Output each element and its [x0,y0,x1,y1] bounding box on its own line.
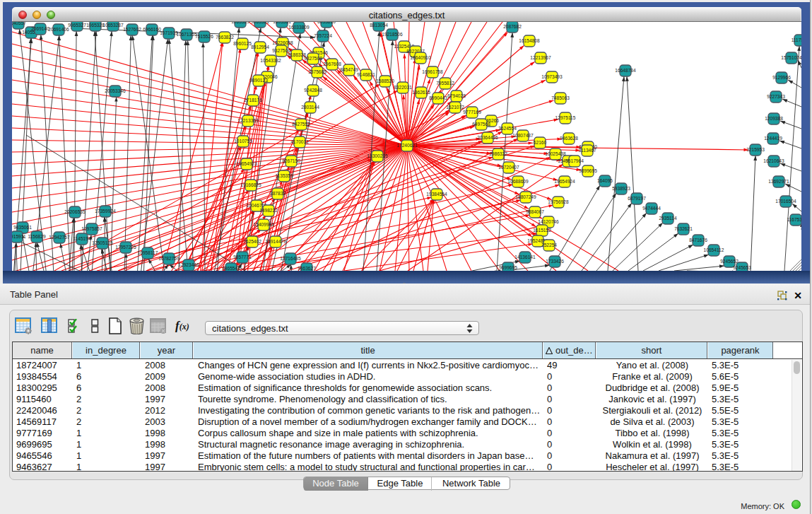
svg-text:1244419: 1244419 [764,136,782,141]
svg-text:6497568: 6497568 [472,122,490,127]
svg-text:7485063: 7485063 [551,95,570,100]
svg-text:8990443: 8990443 [429,95,447,100]
svg-text:1362615: 1362615 [412,90,430,95]
svg-text:15720407: 15720407 [498,165,519,170]
svg-text:12505135: 12505135 [92,240,113,245]
svg-text:1615152: 1615152 [533,228,551,233]
svg-text:18640910: 18640910 [410,55,431,60]
svg-text:9129966: 9129966 [772,75,791,80]
svg-text:140557: 140557 [12,22,26,25]
svg-text:9884067: 9884067 [526,209,544,214]
svg-text:1010755: 1010755 [234,139,252,144]
svg-text:18807249: 18807249 [515,194,536,199]
svg-text:7955812: 7955812 [436,81,454,86]
svg-text:9327508: 9327508 [304,56,322,61]
svg-text:1603381: 1603381 [273,22,291,24]
svg-text:10807487: 10807487 [512,133,534,138]
svg-text:10975857: 10975857 [81,226,102,231]
svg-text:1498222: 1498222 [259,208,278,213]
svg-text:14120746: 14120746 [538,219,559,224]
svg-text:1117515: 1117515 [792,37,801,42]
svg-text:2718176: 2718176 [244,98,262,103]
svg-text:15751074: 15751074 [781,55,801,60]
svg-text:6879197: 6879197 [628,196,646,201]
svg-text:9517964: 9517964 [565,158,584,163]
svg-text:13692971: 13692971 [768,179,789,184]
svg-text:3215953: 3215953 [746,147,765,152]
svg-text:12213967: 12213967 [530,55,551,60]
svg-text:9065321: 9065321 [251,22,269,24]
svg-text:9463627: 9463627 [298,266,316,271]
svg-text:3915911: 3915911 [12,234,26,239]
svg-text:8427552: 8427552 [292,122,310,127]
svg-text:3624554: 3624554 [498,126,517,131]
svg-text:7357224: 7357224 [314,33,332,38]
svg-text:8454749: 8454749 [340,67,358,72]
svg-text:2935114: 2935114 [659,216,677,221]
svg-text:2967608: 2967608 [323,62,341,66]
svg-text:9435061: 9435061 [13,225,32,230]
svg-text:9227343: 9227343 [767,94,785,99]
svg-text:1135359: 1135359 [275,173,293,178]
svg-text:10671355: 10671355 [176,32,197,37]
svg-text:1065328: 1065328 [86,23,105,28]
svg-text:62160: 62160 [534,140,547,145]
svg-text:20364436: 20364436 [477,135,498,140]
svg-text:10653287: 10653287 [102,23,124,28]
svg-text:9699695: 9699695 [499,265,517,270]
svg-text:9474444: 9474444 [642,206,661,211]
svg-text:10025438: 10025438 [545,151,566,156]
svg-text:12923446: 12923446 [178,262,199,267]
svg-text:8960125: 8960125 [233,41,252,46]
svg-text:164095: 164095 [597,178,613,183]
svg-text:10688609: 10688609 [507,179,529,184]
svg-text:19166825: 19166825 [240,182,261,187]
svg-text:2803144: 2803144 [301,105,319,110]
svg-text:16914479: 16914479 [265,239,286,244]
svg-text:10958117: 10958117 [138,250,158,255]
svg-text:17240621: 17240621 [396,143,418,148]
svg-text:16210643: 16210643 [763,158,784,163]
svg-text:9857771: 9857771 [233,255,252,259]
svg-text:1167533: 1167533 [787,217,801,222]
svg-text:5938923: 5938923 [612,186,630,191]
svg-text:9899695: 9899695 [579,168,597,173]
svg-text:252254: 252254 [541,243,557,247]
svg-text:9245652: 9245652 [720,259,739,264]
svg-text:16961758: 16961758 [422,69,443,74]
svg-text:7515526: 7515526 [195,34,213,39]
svg-text:6966160: 6966160 [143,27,161,32]
svg-text:1733426: 1733426 [546,259,564,264]
svg-text:2087682: 2087682 [503,24,522,29]
svg-text:2069140: 2069140 [31,26,49,31]
svg-text:1621072: 1621072 [446,105,464,110]
svg-text:3113467: 3113467 [578,148,596,153]
svg-text:8322031: 8322031 [394,85,412,90]
svg-text:15300215: 15300215 [367,153,388,158]
svg-text:12975115: 12975115 [555,115,576,120]
svg-text:4170012: 4170012 [290,139,309,144]
svg-text:12942757: 12942757 [49,235,70,240]
svg-text:17957225: 17957225 [115,245,136,250]
svg-text:16648784: 16648784 [615,68,636,73]
svg-text:2986322: 2986322 [489,151,507,156]
svg-text:1065329: 1065329 [231,22,249,24]
svg-text:1145194: 1145194 [73,236,91,241]
svg-text:16033809: 16033809 [288,25,310,30]
svg-text:15409948: 15409948 [253,222,274,227]
svg-text:7663822: 7663822 [216,35,234,40]
svg-text:1209388: 1209388 [765,116,783,121]
svg-text:9146821: 9146821 [357,72,375,77]
svg-text:17016504: 17016504 [775,199,796,204]
svg-text:8033810: 8033810 [317,22,336,24]
svg-text:9890123: 9890123 [249,78,268,83]
svg-text:8813054: 8813054 [370,23,388,28]
svg-text:19384554: 19384554 [426,192,447,197]
svg-text:7625402: 7625402 [243,239,261,244]
svg-text:19654923: 19654923 [236,161,257,166]
svg-text:9465546: 9465546 [222,266,240,271]
svg-text:887833: 887833 [270,191,286,196]
svg-text:15226058: 15226058 [272,40,293,45]
svg-text:9242848: 9242848 [304,88,322,93]
svg-text:1156829: 1156829 [28,234,46,239]
